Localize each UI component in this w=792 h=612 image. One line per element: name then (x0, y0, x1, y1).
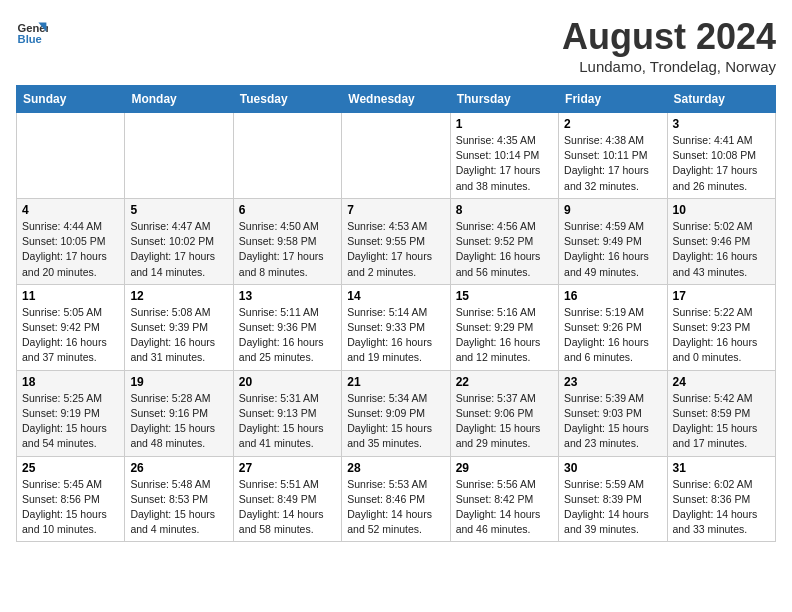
calendar-cell: 16Sunrise: 5:19 AM Sunset: 9:26 PM Dayli… (559, 284, 667, 370)
day-number: 14 (347, 289, 444, 303)
day-info: Sunrise: 5:25 AM Sunset: 9:19 PM Dayligh… (22, 391, 119, 452)
day-info: Sunrise: 4:56 AM Sunset: 9:52 PM Dayligh… (456, 219, 553, 280)
day-number: 12 (130, 289, 227, 303)
day-info: Sunrise: 5:59 AM Sunset: 8:39 PM Dayligh… (564, 477, 661, 538)
day-info: Sunrise: 5:56 AM Sunset: 8:42 PM Dayligh… (456, 477, 553, 538)
day-number: 24 (673, 375, 770, 389)
calendar-cell: 25Sunrise: 5:45 AM Sunset: 8:56 PM Dayli… (17, 456, 125, 542)
day-number: 30 (564, 461, 661, 475)
day-info: Sunrise: 5:02 AM Sunset: 9:46 PM Dayligh… (673, 219, 770, 280)
day-number: 7 (347, 203, 444, 217)
calendar-cell: 14Sunrise: 5:14 AM Sunset: 9:33 PM Dayli… (342, 284, 450, 370)
calendar-week-3: 11Sunrise: 5:05 AM Sunset: 9:42 PM Dayli… (17, 284, 776, 370)
calendar-cell (17, 113, 125, 199)
day-number: 26 (130, 461, 227, 475)
calendar-cell: 1Sunrise: 4:35 AM Sunset: 10:14 PM Dayli… (450, 113, 558, 199)
calendar-cell (125, 113, 233, 199)
day-info: Sunrise: 4:38 AM Sunset: 10:11 PM Daylig… (564, 133, 661, 194)
calendar-cell: 24Sunrise: 5:42 AM Sunset: 8:59 PM Dayli… (667, 370, 775, 456)
day-number: 27 (239, 461, 336, 475)
day-info: Sunrise: 5:16 AM Sunset: 9:29 PM Dayligh… (456, 305, 553, 366)
calendar-cell: 22Sunrise: 5:37 AM Sunset: 9:06 PM Dayli… (450, 370, 558, 456)
day-info: Sunrise: 5:28 AM Sunset: 9:16 PM Dayligh… (130, 391, 227, 452)
logo-icon: General Blue (16, 16, 48, 48)
calendar-cell: 9Sunrise: 4:59 AM Sunset: 9:49 PM Daylig… (559, 198, 667, 284)
calendar-cell: 11Sunrise: 5:05 AM Sunset: 9:42 PM Dayli… (17, 284, 125, 370)
day-number: 31 (673, 461, 770, 475)
day-number: 8 (456, 203, 553, 217)
day-info: Sunrise: 5:42 AM Sunset: 8:59 PM Dayligh… (673, 391, 770, 452)
calendar-cell: 8Sunrise: 4:56 AM Sunset: 9:52 PM Daylig… (450, 198, 558, 284)
calendar-cell: 18Sunrise: 5:25 AM Sunset: 9:19 PM Dayli… (17, 370, 125, 456)
weekday-header-row: SundayMondayTuesdayWednesdayThursdayFrid… (17, 86, 776, 113)
day-info: Sunrise: 4:44 AM Sunset: 10:05 PM Daylig… (22, 219, 119, 280)
calendar-cell: 26Sunrise: 5:48 AM Sunset: 8:53 PM Dayli… (125, 456, 233, 542)
day-number: 25 (22, 461, 119, 475)
day-info: Sunrise: 4:41 AM Sunset: 10:08 PM Daylig… (673, 133, 770, 194)
day-info: Sunrise: 5:14 AM Sunset: 9:33 PM Dayligh… (347, 305, 444, 366)
day-info: Sunrise: 5:05 AM Sunset: 9:42 PM Dayligh… (22, 305, 119, 366)
day-number: 3 (673, 117, 770, 131)
day-number: 21 (347, 375, 444, 389)
calendar-cell: 21Sunrise: 5:34 AM Sunset: 9:09 PM Dayli… (342, 370, 450, 456)
calendar-cell: 28Sunrise: 5:53 AM Sunset: 8:46 PM Dayli… (342, 456, 450, 542)
calendar-week-5: 25Sunrise: 5:45 AM Sunset: 8:56 PM Dayli… (17, 456, 776, 542)
calendar-cell: 30Sunrise: 5:59 AM Sunset: 8:39 PM Dayli… (559, 456, 667, 542)
calendar-cell: 4Sunrise: 4:44 AM Sunset: 10:05 PM Dayli… (17, 198, 125, 284)
day-info: Sunrise: 5:31 AM Sunset: 9:13 PM Dayligh… (239, 391, 336, 452)
weekday-header-friday: Friday (559, 86, 667, 113)
calendar-cell (233, 113, 341, 199)
day-number: 2 (564, 117, 661, 131)
calendar-cell: 10Sunrise: 5:02 AM Sunset: 9:46 PM Dayli… (667, 198, 775, 284)
day-number: 13 (239, 289, 336, 303)
day-number: 22 (456, 375, 553, 389)
day-number: 23 (564, 375, 661, 389)
title-block: August 2024 Lundamo, Trondelag, Norway (562, 16, 776, 75)
day-info: Sunrise: 5:51 AM Sunset: 8:49 PM Dayligh… (239, 477, 336, 538)
day-info: Sunrise: 4:59 AM Sunset: 9:49 PM Dayligh… (564, 219, 661, 280)
calendar-cell: 13Sunrise: 5:11 AM Sunset: 9:36 PM Dayli… (233, 284, 341, 370)
month-year-title: August 2024 (562, 16, 776, 58)
weekday-header-thursday: Thursday (450, 86, 558, 113)
day-info: Sunrise: 5:34 AM Sunset: 9:09 PM Dayligh… (347, 391, 444, 452)
calendar-cell: 19Sunrise: 5:28 AM Sunset: 9:16 PM Dayli… (125, 370, 233, 456)
calendar-cell: 27Sunrise: 5:51 AM Sunset: 8:49 PM Dayli… (233, 456, 341, 542)
calendar-cell: 29Sunrise: 5:56 AM Sunset: 8:42 PM Dayli… (450, 456, 558, 542)
day-info: Sunrise: 5:45 AM Sunset: 8:56 PM Dayligh… (22, 477, 119, 538)
day-info: Sunrise: 5:08 AM Sunset: 9:39 PM Dayligh… (130, 305, 227, 366)
day-info: Sunrise: 5:48 AM Sunset: 8:53 PM Dayligh… (130, 477, 227, 538)
calendar-cell: 20Sunrise: 5:31 AM Sunset: 9:13 PM Dayli… (233, 370, 341, 456)
weekday-header-wednesday: Wednesday (342, 86, 450, 113)
day-number: 5 (130, 203, 227, 217)
calendar-table: SundayMondayTuesdayWednesdayThursdayFrid… (16, 85, 776, 542)
location-subtitle: Lundamo, Trondelag, Norway (562, 58, 776, 75)
weekday-header-monday: Monday (125, 86, 233, 113)
calendar-cell: 17Sunrise: 5:22 AM Sunset: 9:23 PM Dayli… (667, 284, 775, 370)
calendar-cell (342, 113, 450, 199)
day-info: Sunrise: 4:47 AM Sunset: 10:02 PM Daylig… (130, 219, 227, 280)
calendar-cell: 3Sunrise: 4:41 AM Sunset: 10:08 PM Dayli… (667, 113, 775, 199)
day-number: 6 (239, 203, 336, 217)
calendar-cell: 23Sunrise: 5:39 AM Sunset: 9:03 PM Dayli… (559, 370, 667, 456)
day-info: Sunrise: 5:53 AM Sunset: 8:46 PM Dayligh… (347, 477, 444, 538)
day-number: 29 (456, 461, 553, 475)
day-number: 9 (564, 203, 661, 217)
day-info: Sunrise: 5:19 AM Sunset: 9:26 PM Dayligh… (564, 305, 661, 366)
calendar-cell: 5Sunrise: 4:47 AM Sunset: 10:02 PM Dayli… (125, 198, 233, 284)
day-number: 18 (22, 375, 119, 389)
day-number: 16 (564, 289, 661, 303)
day-number: 19 (130, 375, 227, 389)
calendar-cell: 2Sunrise: 4:38 AM Sunset: 10:11 PM Dayli… (559, 113, 667, 199)
calendar-cell: 31Sunrise: 6:02 AM Sunset: 8:36 PM Dayli… (667, 456, 775, 542)
logo: General Blue (16, 16, 48, 48)
day-number: 15 (456, 289, 553, 303)
weekday-header-tuesday: Tuesday (233, 86, 341, 113)
calendar-week-2: 4Sunrise: 4:44 AM Sunset: 10:05 PM Dayli… (17, 198, 776, 284)
day-info: Sunrise: 5:37 AM Sunset: 9:06 PM Dayligh… (456, 391, 553, 452)
calendar-cell: 15Sunrise: 5:16 AM Sunset: 9:29 PM Dayli… (450, 284, 558, 370)
day-number: 17 (673, 289, 770, 303)
calendar-cell: 12Sunrise: 5:08 AM Sunset: 9:39 PM Dayli… (125, 284, 233, 370)
svg-text:Blue: Blue (18, 33, 42, 45)
calendar-week-1: 1Sunrise: 4:35 AM Sunset: 10:14 PM Dayli… (17, 113, 776, 199)
weekday-header-sunday: Sunday (17, 86, 125, 113)
